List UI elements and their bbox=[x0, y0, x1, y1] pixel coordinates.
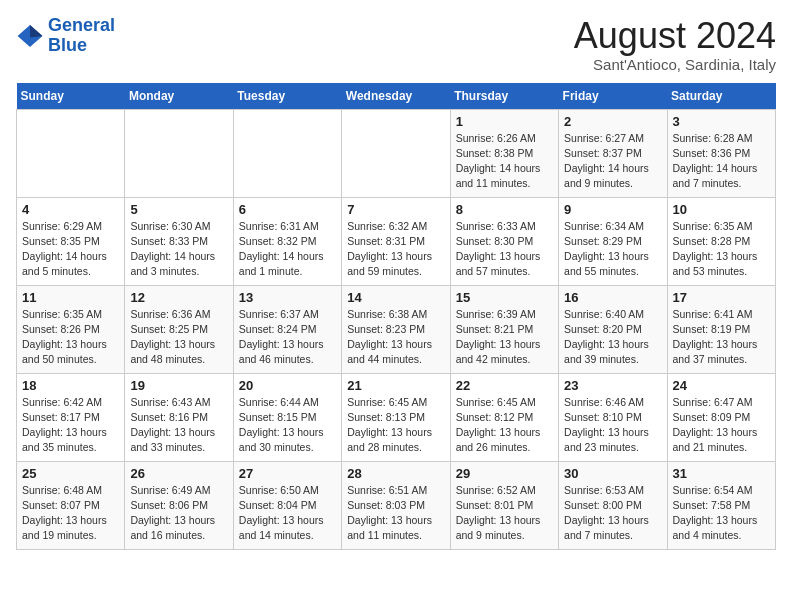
day-number: 20 bbox=[239, 378, 336, 393]
day-number: 31 bbox=[673, 466, 770, 481]
day-number: 12 bbox=[130, 290, 227, 305]
calendar-cell: 14Sunrise: 6:38 AMSunset: 8:23 PMDayligh… bbox=[342, 285, 450, 373]
day-number: 7 bbox=[347, 202, 444, 217]
day-number: 1 bbox=[456, 114, 553, 129]
day-number: 9 bbox=[564, 202, 661, 217]
calendar-cell: 6Sunrise: 6:31 AMSunset: 8:32 PMDaylight… bbox=[233, 197, 341, 285]
logo: General Blue bbox=[16, 16, 115, 56]
week-row-3: 11Sunrise: 6:35 AMSunset: 8:26 PMDayligh… bbox=[17, 285, 776, 373]
day-info: Sunrise: 6:33 AMSunset: 8:30 PMDaylight:… bbox=[456, 219, 553, 280]
calendar-table: SundayMondayTuesdayWednesdayThursdayFrid… bbox=[16, 83, 776, 550]
day-info: Sunrise: 6:53 AMSunset: 8:00 PMDaylight:… bbox=[564, 483, 661, 544]
week-row-4: 18Sunrise: 6:42 AMSunset: 8:17 PMDayligh… bbox=[17, 373, 776, 461]
calendar-cell: 23Sunrise: 6:46 AMSunset: 8:10 PMDayligh… bbox=[559, 373, 667, 461]
day-info: Sunrise: 6:40 AMSunset: 8:20 PMDaylight:… bbox=[564, 307, 661, 368]
day-number: 10 bbox=[673, 202, 770, 217]
day-number: 11 bbox=[22, 290, 119, 305]
calendar-cell: 8Sunrise: 6:33 AMSunset: 8:30 PMDaylight… bbox=[450, 197, 558, 285]
day-number: 3 bbox=[673, 114, 770, 129]
calendar-cell: 29Sunrise: 6:52 AMSunset: 8:01 PMDayligh… bbox=[450, 461, 558, 549]
calendar-cell: 9Sunrise: 6:34 AMSunset: 8:29 PMDaylight… bbox=[559, 197, 667, 285]
day-info: Sunrise: 6:48 AMSunset: 8:07 PMDaylight:… bbox=[22, 483, 119, 544]
day-info: Sunrise: 6:34 AMSunset: 8:29 PMDaylight:… bbox=[564, 219, 661, 280]
calendar-cell: 25Sunrise: 6:48 AMSunset: 8:07 PMDayligh… bbox=[17, 461, 125, 549]
day-number: 22 bbox=[456, 378, 553, 393]
calendar-cell: 26Sunrise: 6:49 AMSunset: 8:06 PMDayligh… bbox=[125, 461, 233, 549]
calendar-cell: 16Sunrise: 6:40 AMSunset: 8:20 PMDayligh… bbox=[559, 285, 667, 373]
weekday-header-tuesday: Tuesday bbox=[233, 83, 341, 110]
day-info: Sunrise: 6:49 AMSunset: 8:06 PMDaylight:… bbox=[130, 483, 227, 544]
weekday-header-row: SundayMondayTuesdayWednesdayThursdayFrid… bbox=[17, 83, 776, 110]
day-info: Sunrise: 6:39 AMSunset: 8:21 PMDaylight:… bbox=[456, 307, 553, 368]
day-info: Sunrise: 6:52 AMSunset: 8:01 PMDaylight:… bbox=[456, 483, 553, 544]
day-info: Sunrise: 6:35 AMSunset: 8:28 PMDaylight:… bbox=[673, 219, 770, 280]
svg-marker-1 bbox=[30, 25, 42, 37]
calendar-cell: 2Sunrise: 6:27 AMSunset: 8:37 PMDaylight… bbox=[559, 109, 667, 197]
day-info: Sunrise: 6:43 AMSunset: 8:16 PMDaylight:… bbox=[130, 395, 227, 456]
calendar-cell: 19Sunrise: 6:43 AMSunset: 8:16 PMDayligh… bbox=[125, 373, 233, 461]
day-number: 23 bbox=[564, 378, 661, 393]
day-number: 18 bbox=[22, 378, 119, 393]
calendar-cell: 5Sunrise: 6:30 AMSunset: 8:33 PMDaylight… bbox=[125, 197, 233, 285]
calendar-cell: 31Sunrise: 6:54 AMSunset: 7:58 PMDayligh… bbox=[667, 461, 775, 549]
day-info: Sunrise: 6:50 AMSunset: 8:04 PMDaylight:… bbox=[239, 483, 336, 544]
day-info: Sunrise: 6:42 AMSunset: 8:17 PMDaylight:… bbox=[22, 395, 119, 456]
weekday-header-thursday: Thursday bbox=[450, 83, 558, 110]
calendar-cell bbox=[125, 109, 233, 197]
weekday-header-friday: Friday bbox=[559, 83, 667, 110]
logo-icon bbox=[16, 22, 44, 50]
day-info: Sunrise: 6:45 AMSunset: 8:12 PMDaylight:… bbox=[456, 395, 553, 456]
day-info: Sunrise: 6:29 AMSunset: 8:35 PMDaylight:… bbox=[22, 219, 119, 280]
day-number: 29 bbox=[456, 466, 553, 481]
calendar-cell: 12Sunrise: 6:36 AMSunset: 8:25 PMDayligh… bbox=[125, 285, 233, 373]
calendar-cell: 18Sunrise: 6:42 AMSunset: 8:17 PMDayligh… bbox=[17, 373, 125, 461]
day-info: Sunrise: 6:30 AMSunset: 8:33 PMDaylight:… bbox=[130, 219, 227, 280]
calendar-cell: 4Sunrise: 6:29 AMSunset: 8:35 PMDaylight… bbox=[17, 197, 125, 285]
day-info: Sunrise: 6:27 AMSunset: 8:37 PMDaylight:… bbox=[564, 131, 661, 192]
day-info: Sunrise: 6:47 AMSunset: 8:09 PMDaylight:… bbox=[673, 395, 770, 456]
logo-line2: Blue bbox=[48, 35, 87, 55]
logo-text: General Blue bbox=[48, 16, 115, 56]
day-number: 13 bbox=[239, 290, 336, 305]
day-number: 27 bbox=[239, 466, 336, 481]
calendar-cell: 28Sunrise: 6:51 AMSunset: 8:03 PMDayligh… bbox=[342, 461, 450, 549]
day-number: 5 bbox=[130, 202, 227, 217]
day-info: Sunrise: 6:26 AMSunset: 8:38 PMDaylight:… bbox=[456, 131, 553, 192]
day-number: 19 bbox=[130, 378, 227, 393]
day-number: 14 bbox=[347, 290, 444, 305]
calendar-cell: 17Sunrise: 6:41 AMSunset: 8:19 PMDayligh… bbox=[667, 285, 775, 373]
day-number: 25 bbox=[22, 466, 119, 481]
day-info: Sunrise: 6:35 AMSunset: 8:26 PMDaylight:… bbox=[22, 307, 119, 368]
week-row-1: 1Sunrise: 6:26 AMSunset: 8:38 PMDaylight… bbox=[17, 109, 776, 197]
calendar-cell: 21Sunrise: 6:45 AMSunset: 8:13 PMDayligh… bbox=[342, 373, 450, 461]
calendar-cell: 15Sunrise: 6:39 AMSunset: 8:21 PMDayligh… bbox=[450, 285, 558, 373]
calendar-cell: 7Sunrise: 6:32 AMSunset: 8:31 PMDaylight… bbox=[342, 197, 450, 285]
day-number: 26 bbox=[130, 466, 227, 481]
day-info: Sunrise: 6:36 AMSunset: 8:25 PMDaylight:… bbox=[130, 307, 227, 368]
day-info: Sunrise: 6:46 AMSunset: 8:10 PMDaylight:… bbox=[564, 395, 661, 456]
day-info: Sunrise: 6:38 AMSunset: 8:23 PMDaylight:… bbox=[347, 307, 444, 368]
calendar-cell bbox=[342, 109, 450, 197]
day-info: Sunrise: 6:41 AMSunset: 8:19 PMDaylight:… bbox=[673, 307, 770, 368]
day-number: 24 bbox=[673, 378, 770, 393]
calendar-cell: 30Sunrise: 6:53 AMSunset: 8:00 PMDayligh… bbox=[559, 461, 667, 549]
day-info: Sunrise: 6:51 AMSunset: 8:03 PMDaylight:… bbox=[347, 483, 444, 544]
weekday-header-sunday: Sunday bbox=[17, 83, 125, 110]
weekday-header-monday: Monday bbox=[125, 83, 233, 110]
day-info: Sunrise: 6:28 AMSunset: 8:36 PMDaylight:… bbox=[673, 131, 770, 192]
day-number: 8 bbox=[456, 202, 553, 217]
day-info: Sunrise: 6:32 AMSunset: 8:31 PMDaylight:… bbox=[347, 219, 444, 280]
calendar-cell: 11Sunrise: 6:35 AMSunset: 8:26 PMDayligh… bbox=[17, 285, 125, 373]
page-header: General Blue August 2024 Sant'Antioco, S… bbox=[16, 16, 776, 73]
calendar-cell: 13Sunrise: 6:37 AMSunset: 8:24 PMDayligh… bbox=[233, 285, 341, 373]
day-info: Sunrise: 6:45 AMSunset: 8:13 PMDaylight:… bbox=[347, 395, 444, 456]
day-number: 6 bbox=[239, 202, 336, 217]
month-year: August 2024 bbox=[574, 16, 776, 56]
calendar-cell: 20Sunrise: 6:44 AMSunset: 8:15 PMDayligh… bbox=[233, 373, 341, 461]
day-number: 4 bbox=[22, 202, 119, 217]
day-info: Sunrise: 6:44 AMSunset: 8:15 PMDaylight:… bbox=[239, 395, 336, 456]
calendar-cell: 10Sunrise: 6:35 AMSunset: 8:28 PMDayligh… bbox=[667, 197, 775, 285]
title-block: August 2024 Sant'Antioco, Sardinia, Ital… bbox=[574, 16, 776, 73]
calendar-cell: 27Sunrise: 6:50 AMSunset: 8:04 PMDayligh… bbox=[233, 461, 341, 549]
day-number: 30 bbox=[564, 466, 661, 481]
